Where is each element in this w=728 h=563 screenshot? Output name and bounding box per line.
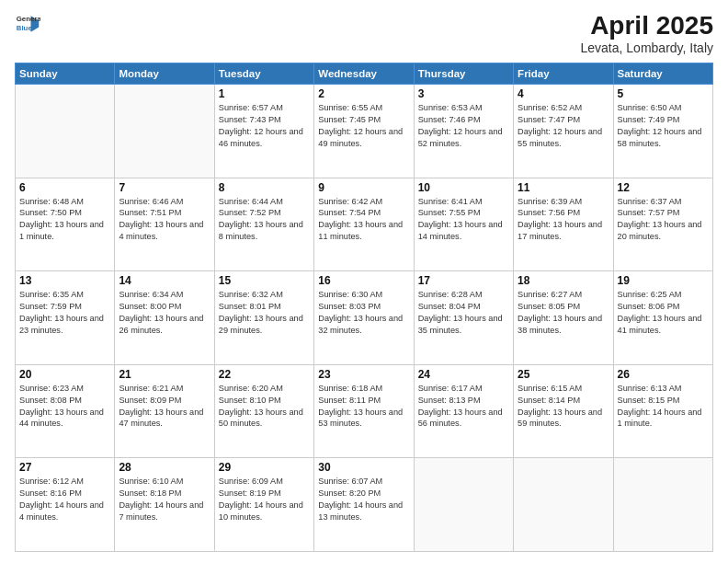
- day-info: Sunrise: 6:42 AM Sunset: 7:54 PM Dayligh…: [318, 196, 409, 244]
- day-number: 2: [318, 87, 409, 100]
- calendar-title: April 2025: [581, 11, 713, 40]
- day-info: Sunrise: 6:07 AM Sunset: 8:20 PM Dayligh…: [318, 476, 409, 523]
- day-number: 27: [19, 461, 110, 474]
- day-number: 15: [219, 274, 310, 287]
- calendar-cell: [613, 458, 712, 552]
- day-info: Sunrise: 6:23 AM Sunset: 8:08 PM Dayligh…: [19, 383, 110, 431]
- day-number: 20: [19, 368, 110, 381]
- calendar-cell: 23Sunrise: 6:18 AM Sunset: 8:11 PM Dayli…: [314, 364, 414, 458]
- day-number: 16: [318, 274, 409, 287]
- day-number: 30: [318, 461, 409, 474]
- day-info: Sunrise: 6:50 AM Sunset: 7:49 PM Dayligh…: [618, 102, 709, 150]
- day-info: Sunrise: 6:18 AM Sunset: 8:11 PM Dayligh…: [318, 383, 409, 431]
- day-info: Sunrise: 6:32 AM Sunset: 8:01 PM Dayligh…: [219, 289, 310, 337]
- calendar-cell: 27Sunrise: 6:12 AM Sunset: 8:16 PM Dayli…: [16, 458, 115, 552]
- svg-text:Blue: Blue: [17, 24, 33, 32]
- calendar-cell: 15Sunrise: 6:32 AM Sunset: 8:01 PM Dayli…: [214, 271, 313, 365]
- calendar-table: SundayMondayTuesdayWednesdayThursdayFrid…: [15, 63, 713, 552]
- day-number: 10: [418, 181, 509, 194]
- weekday-header: Sunday: [16, 63, 115, 85]
- calendar-cell: [414, 458, 513, 552]
- calendar-cell: 7Sunrise: 6:46 AM Sunset: 7:51 PM Daylig…: [115, 178, 214, 271]
- calendar-week-row: 13Sunrise: 6:35 AM Sunset: 7:59 PM Dayli…: [16, 271, 713, 365]
- calendar-cell: 2Sunrise: 6:55 AM Sunset: 7:45 PM Daylig…: [314, 85, 414, 178]
- day-number: 14: [119, 274, 210, 287]
- day-number: 11: [518, 181, 609, 194]
- day-info: Sunrise: 6:13 AM Sunset: 8:15 PM Dayligh…: [618, 383, 709, 431]
- day-info: Sunrise: 6:35 AM Sunset: 7:59 PM Dayligh…: [19, 289, 110, 337]
- day-number: 5: [618, 87, 709, 100]
- calendar-cell: 16Sunrise: 6:30 AM Sunset: 8:03 PM Dayli…: [314, 271, 414, 365]
- day-number: 6: [19, 181, 110, 194]
- day-info: Sunrise: 6:21 AM Sunset: 8:09 PM Dayligh…: [119, 383, 210, 431]
- calendar-cell: 5Sunrise: 6:50 AM Sunset: 7:49 PM Daylig…: [613, 85, 712, 178]
- calendar-cell: [16, 85, 115, 178]
- day-number: 4: [518, 87, 609, 100]
- calendar-cell: 17Sunrise: 6:28 AM Sunset: 8:04 PM Dayli…: [414, 271, 513, 365]
- day-info: Sunrise: 6:55 AM Sunset: 7:45 PM Dayligh…: [318, 102, 409, 150]
- calendar-cell: 28Sunrise: 6:10 AM Sunset: 8:18 PM Dayli…: [115, 458, 214, 552]
- calendar-cell: 13Sunrise: 6:35 AM Sunset: 7:59 PM Dayli…: [16, 271, 115, 365]
- calendar-week-row: 1Sunrise: 6:57 AM Sunset: 7:43 PM Daylig…: [16, 85, 713, 178]
- calendar-cell: 22Sunrise: 6:20 AM Sunset: 8:10 PM Dayli…: [214, 364, 313, 458]
- day-number: 13: [19, 274, 110, 287]
- calendar-cell: [514, 458, 613, 552]
- day-info: Sunrise: 6:28 AM Sunset: 8:04 PM Dayligh…: [418, 289, 509, 337]
- weekday-header-row: SundayMondayTuesdayWednesdayThursdayFrid…: [16, 63, 713, 85]
- day-number: 23: [318, 368, 409, 381]
- calendar-cell: 10Sunrise: 6:41 AM Sunset: 7:55 PM Dayli…: [414, 178, 513, 271]
- day-info: Sunrise: 6:37 AM Sunset: 7:57 PM Dayligh…: [618, 196, 709, 244]
- day-number: 24: [418, 368, 509, 381]
- weekday-header: Monday: [115, 63, 214, 85]
- weekday-header: Thursday: [414, 63, 513, 85]
- calendar-week-row: 6Sunrise: 6:48 AM Sunset: 7:50 PM Daylig…: [16, 178, 713, 271]
- day-info: Sunrise: 6:09 AM Sunset: 8:19 PM Dayligh…: [219, 476, 310, 523]
- day-info: Sunrise: 6:52 AM Sunset: 7:47 PM Dayligh…: [518, 102, 609, 150]
- calendar-cell: 29Sunrise: 6:09 AM Sunset: 8:19 PM Dayli…: [214, 458, 313, 552]
- day-info: Sunrise: 6:39 AM Sunset: 7:56 PM Dayligh…: [518, 196, 609, 244]
- day-info: Sunrise: 6:34 AM Sunset: 8:00 PM Dayligh…: [119, 289, 210, 337]
- day-info: Sunrise: 6:44 AM Sunset: 7:52 PM Dayligh…: [219, 196, 310, 244]
- calendar-cell: 25Sunrise: 6:15 AM Sunset: 8:14 PM Dayli…: [514, 364, 613, 458]
- calendar-cell: 30Sunrise: 6:07 AM Sunset: 8:20 PM Dayli…: [314, 458, 414, 552]
- day-info: Sunrise: 6:46 AM Sunset: 7:51 PM Dayligh…: [119, 196, 210, 244]
- day-number: 3: [418, 87, 509, 100]
- day-info: Sunrise: 6:48 AM Sunset: 7:50 PM Dayligh…: [19, 196, 110, 244]
- day-number: 25: [518, 368, 609, 381]
- svg-text:General: General: [17, 15, 40, 23]
- calendar-cell: 21Sunrise: 6:21 AM Sunset: 8:09 PM Dayli…: [115, 364, 214, 458]
- page: General Blue April 2025 Levata, Lombardy…: [0, 0, 728, 563]
- calendar-cell: 18Sunrise: 6:27 AM Sunset: 8:05 PM Dayli…: [514, 271, 613, 365]
- logo-icon: General Blue: [15, 11, 40, 37]
- weekday-header: Tuesday: [214, 63, 313, 85]
- day-info: Sunrise: 6:27 AM Sunset: 8:05 PM Dayligh…: [518, 289, 609, 337]
- day-number: 9: [318, 181, 409, 194]
- calendar-cell: 19Sunrise: 6:25 AM Sunset: 8:06 PM Dayli…: [613, 271, 712, 365]
- calendar-cell: 12Sunrise: 6:37 AM Sunset: 7:57 PM Dayli…: [613, 178, 712, 271]
- logo: General Blue: [15, 11, 40, 37]
- day-number: 17: [418, 274, 509, 287]
- calendar-cell: 1Sunrise: 6:57 AM Sunset: 7:43 PM Daylig…: [214, 85, 313, 178]
- day-number: 8: [219, 181, 310, 194]
- day-info: Sunrise: 6:17 AM Sunset: 8:13 PM Dayligh…: [418, 383, 509, 431]
- day-info: Sunrise: 6:10 AM Sunset: 8:18 PM Dayligh…: [119, 476, 210, 523]
- day-info: Sunrise: 6:15 AM Sunset: 8:14 PM Dayligh…: [518, 383, 609, 431]
- day-number: 26: [618, 368, 709, 381]
- calendar-cell: 11Sunrise: 6:39 AM Sunset: 7:56 PM Dayli…: [514, 178, 613, 271]
- day-info: Sunrise: 6:25 AM Sunset: 8:06 PM Dayligh…: [618, 289, 709, 337]
- calendar-cell: 20Sunrise: 6:23 AM Sunset: 8:08 PM Dayli…: [16, 364, 115, 458]
- calendar-week-row: 27Sunrise: 6:12 AM Sunset: 8:16 PM Dayli…: [16, 458, 713, 552]
- calendar-cell: 14Sunrise: 6:34 AM Sunset: 8:00 PM Dayli…: [115, 271, 214, 365]
- day-number: 7: [119, 181, 210, 194]
- day-info: Sunrise: 6:57 AM Sunset: 7:43 PM Dayligh…: [219, 102, 310, 150]
- day-number: 21: [119, 368, 210, 381]
- day-number: 29: [219, 461, 310, 474]
- day-info: Sunrise: 6:53 AM Sunset: 7:46 PM Dayligh…: [418, 102, 509, 150]
- day-number: 28: [119, 461, 210, 474]
- day-info: Sunrise: 6:20 AM Sunset: 8:10 PM Dayligh…: [219, 383, 310, 431]
- day-number: 19: [618, 274, 709, 287]
- weekday-header: Friday: [514, 63, 613, 85]
- title-block: April 2025 Levata, Lombardy, Italy: [581, 11, 713, 55]
- calendar-cell: 8Sunrise: 6:44 AM Sunset: 7:52 PM Daylig…: [214, 178, 313, 271]
- day-number: 1: [219, 87, 310, 100]
